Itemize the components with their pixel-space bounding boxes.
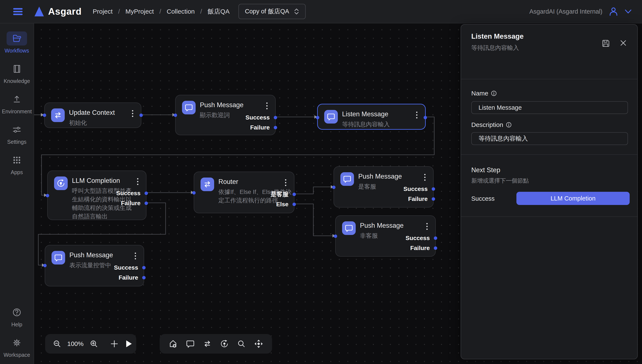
node-llm-completion[interactable]: LLM Completion 呼叫大型語言模型並產生結構化的資料輸出以輔助流程的… <box>47 170 146 220</box>
zoom-level: 100% <box>67 340 84 348</box>
node-menu-button[interactable] <box>265 101 269 110</box>
llm-bulb-icon <box>54 176 68 190</box>
fit-view-icon[interactable] <box>254 339 264 349</box>
input-handle[interactable] <box>192 191 196 194</box>
upload-icon <box>7 92 27 106</box>
sidebar-item-workflows[interactable]: Workflows <box>5 32 29 54</box>
node-menu-button[interactable] <box>423 173 427 182</box>
input-handle[interactable] <box>332 186 335 189</box>
node-menu-button[interactable] <box>131 109 134 118</box>
node-menu-button[interactable] <box>284 178 288 187</box>
book-icon <box>7 62 27 76</box>
sidebar-item-environment[interactable]: Environment <box>2 92 32 114</box>
info-icon <box>491 90 497 96</box>
save-icon[interactable] <box>601 39 610 48</box>
input-handle[interactable] <box>43 264 47 267</box>
node-menu-button[interactable] <box>415 110 419 120</box>
sliders-icon <box>7 123 27 137</box>
port-else: Else <box>276 201 288 208</box>
node-push-message-welcome[interactable]: Push Message 顯示歡迎詞 Success Failure <box>175 95 276 135</box>
close-icon[interactable] <box>619 39 627 47</box>
llm-node-icon[interactable] <box>220 339 229 348</box>
description-input[interactable] <box>471 132 628 145</box>
node-update-context[interactable]: Update Context 初始化 <box>44 102 141 128</box>
app-logo: Asgard <box>34 6 82 17</box>
triangle-logo-icon <box>34 6 45 17</box>
help-circle-icon <box>7 305 27 319</box>
node-menu-button[interactable] <box>425 222 429 231</box>
account-chevron-down-icon[interactable] <box>624 9 632 14</box>
port-success: Success <box>405 235 430 242</box>
menu-icon[interactable] <box>12 7 24 16</box>
name-input[interactable] <box>471 101 628 114</box>
node-push-message-throttle[interactable]: Push Message 表示流量控管中 Success Failure <box>45 245 144 286</box>
output-handle-success[interactable] <box>144 192 148 195</box>
run-workflow-icon[interactable] <box>125 339 133 348</box>
grid-icon <box>7 153 27 167</box>
node-menu-button[interactable] <box>133 251 137 261</box>
output-handle-success[interactable] <box>434 236 437 240</box>
output-handle-else[interactable] <box>293 202 296 206</box>
sidebar-item-help[interactable]: Help <box>7 305 27 328</box>
add-start-node-icon[interactable] <box>168 339 178 349</box>
output-handle-failure[interactable] <box>142 276 146 280</box>
top-bar: Asgard Project / MyProject / Collection … <box>0 0 642 24</box>
zoom-toolbar: 100% <box>45 334 136 354</box>
swap-arrows-icon <box>51 108 65 122</box>
next-step-title: Next Step <box>471 166 500 174</box>
node-menu-button[interactable] <box>136 177 140 186</box>
sidebar-item-apps[interactable]: Apps <box>7 153 27 176</box>
output-handle-success[interactable] <box>274 116 277 119</box>
workflow-version-select[interactable]: Copy of 飯店QA <box>239 4 306 19</box>
output-handle-is-cs[interactable] <box>293 193 296 196</box>
input-handle[interactable] <box>46 194 49 197</box>
chat-bubble-icon <box>340 172 354 186</box>
breadcrumb-project[interactable]: Project <box>93 8 113 15</box>
breadcrumb-current[interactable]: 飯店QA <box>207 7 230 16</box>
output-handle[interactable] <box>423 116 427 119</box>
zoom-out-icon[interactable] <box>52 339 62 348</box>
output-handle[interactable] <box>139 114 143 117</box>
input-handle[interactable] <box>43 114 46 117</box>
node-listen-message[interactable]: Listen Message 等待訊息內容輸入 <box>317 104 426 130</box>
chat-bubble-icon <box>182 101 196 114</box>
output-handle-success[interactable] <box>142 266 146 270</box>
panel-subtitle: 等待訊息內容輸入 <box>471 44 519 52</box>
description-label: Description <box>471 121 512 128</box>
node-push-message-cs[interactable]: Push Message 是客服 Success Failure <box>334 166 434 208</box>
breadcrumb-myproject[interactable]: MyProject <box>125 8 154 15</box>
port-failure: Failure <box>119 274 138 281</box>
next-step-subtitle: 新增或選擇下一個節點 <box>471 177 529 184</box>
output-handle-failure[interactable] <box>432 197 435 201</box>
user-icon[interactable] <box>608 6 618 16</box>
port-success: Success <box>116 190 140 197</box>
swap-node-icon[interactable] <box>203 339 212 348</box>
port-failure: Failure <box>250 124 270 131</box>
output-handle-failure[interactable] <box>144 202 148 205</box>
message-node-icon[interactable] <box>186 339 195 348</box>
chat-bubble-icon <box>342 221 356 235</box>
search-icon[interactable] <box>237 339 246 348</box>
sidebar-item-knowledge[interactable]: Knowledge <box>4 62 30 84</box>
swap-arrows-icon <box>200 178 214 191</box>
node-router[interactable]: Router 依據If、Else If、Else條件決定工作流程執行的路徑 是客… <box>194 172 294 213</box>
input-handle[interactable] <box>174 114 177 117</box>
chat-bubble-icon <box>52 251 65 264</box>
sidebar-item-workspace[interactable]: Workspace <box>4 336 30 358</box>
add-node-icon[interactable] <box>110 339 119 348</box>
output-handle-failure[interactable] <box>274 126 277 129</box>
zoom-in-icon[interactable] <box>89 339 99 348</box>
port-failure: Failure <box>410 245 430 252</box>
output-handle-failure[interactable] <box>434 246 437 250</box>
node-push-message-not-cs[interactable]: Push Message 非客服 Success Failure <box>335 216 436 257</box>
breadcrumb-collection[interactable]: Collection <box>167 8 195 15</box>
output-handle-success[interactable] <box>432 187 435 191</box>
input-handle[interactable] <box>316 116 319 119</box>
sidebar-item-settings[interactable]: Settings <box>7 123 27 145</box>
gear-icon <box>7 336 27 350</box>
port-success: Success <box>246 114 270 121</box>
input-handle[interactable] <box>334 234 337 238</box>
info-icon <box>506 122 512 128</box>
chat-bubble-icon <box>324 110 338 124</box>
next-step-target-button[interactable]: LLM Completion <box>516 192 630 205</box>
